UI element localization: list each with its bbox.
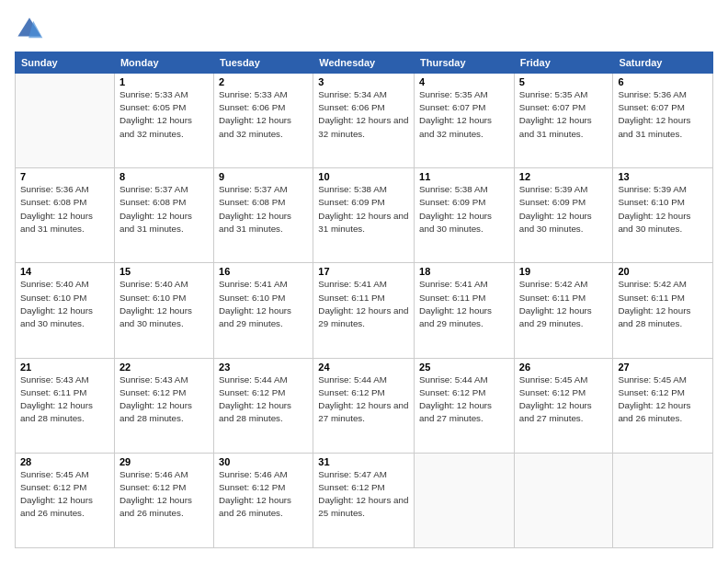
- day-number: 14: [20, 266, 109, 277]
- day-number: 1: [119, 76, 209, 87]
- calendar-cell: 11Sunrise: 5:38 AMSunset: 6:09 PMDayligh…: [415, 168, 515, 263]
- day-number: 21: [20, 362, 109, 373]
- calendar-week-row: 21Sunrise: 5:43 AMSunset: 6:11 PMDayligh…: [16, 358, 713, 453]
- day-info: Sunrise: 5:37 AMSunset: 6:08 PMDaylight:…: [119, 183, 209, 236]
- day-number: 9: [219, 171, 308, 182]
- weekday-header: Friday: [514, 52, 613, 74]
- day-number: 7: [20, 171, 109, 182]
- day-info: Sunrise: 5:41 AMSunset: 6:11 PMDaylight:…: [318, 278, 409, 330]
- calendar-cell: 30Sunrise: 5:46 AMSunset: 6:12 PMDayligh…: [214, 453, 313, 547]
- header: [15, 15, 713, 44]
- day-number: 20: [618, 266, 708, 277]
- weekday-header: Saturday: [613, 52, 713, 74]
- calendar-cell: 13Sunrise: 5:39 AMSunset: 6:10 PMDayligh…: [613, 168, 713, 263]
- calendar-cell: 2Sunrise: 5:33 AMSunset: 6:06 PMDaylight…: [214, 74, 313, 168]
- weekday-header: Monday: [114, 52, 213, 74]
- calendar-cell: 18Sunrise: 5:41 AMSunset: 6:11 PMDayligh…: [415, 263, 515, 358]
- day-number: 31: [318, 456, 409, 467]
- calendar-cell: 1Sunrise: 5:33 AMSunset: 6:05 PMDaylight…: [114, 74, 213, 168]
- calendar-cell: 21Sunrise: 5:43 AMSunset: 6:11 PMDayligh…: [16, 358, 115, 453]
- day-number: 23: [219, 362, 308, 373]
- day-number: 5: [519, 76, 609, 87]
- day-number: 11: [419, 171, 509, 182]
- day-info: Sunrise: 5:43 AMSunset: 6:11 PMDaylight:…: [20, 373, 109, 426]
- calendar-cell: 16Sunrise: 5:41 AMSunset: 6:10 PMDayligh…: [214, 263, 313, 358]
- day-info: Sunrise: 5:42 AMSunset: 6:11 PMDaylight:…: [618, 278, 708, 330]
- day-info: Sunrise: 5:33 AMSunset: 6:05 PMDaylight:…: [119, 88, 209, 141]
- day-info: Sunrise: 5:43 AMSunset: 6:12 PMDaylight:…: [119, 373, 209, 426]
- calendar-header-row: SundayMondayTuesdayWednesdayThursdayFrid…: [16, 52, 713, 74]
- day-info: Sunrise: 5:40 AMSunset: 6:10 PMDaylight:…: [119, 278, 209, 330]
- day-info: Sunrise: 5:45 AMSunset: 6:12 PMDaylight:…: [20, 468, 109, 521]
- calendar-cell: 14Sunrise: 5:40 AMSunset: 6:10 PMDayligh…: [16, 263, 115, 358]
- weekday-header: Tuesday: [214, 52, 313, 74]
- calendar-cell: 25Sunrise: 5:44 AMSunset: 6:12 PMDayligh…: [415, 358, 515, 453]
- day-info: Sunrise: 5:33 AMSunset: 6:06 PMDaylight:…: [219, 88, 308, 141]
- calendar-week-row: 14Sunrise: 5:40 AMSunset: 6:10 PMDayligh…: [16, 263, 713, 358]
- calendar-cell: 28Sunrise: 5:45 AMSunset: 6:12 PMDayligh…: [16, 453, 115, 547]
- day-info: Sunrise: 5:45 AMSunset: 6:12 PMDaylight:…: [618, 373, 708, 426]
- day-info: Sunrise: 5:40 AMSunset: 6:10 PMDaylight:…: [20, 278, 109, 330]
- day-number: 8: [119, 171, 209, 182]
- day-number: 10: [318, 171, 409, 182]
- day-info: Sunrise: 5:44 AMSunset: 6:12 PMDaylight:…: [318, 373, 409, 426]
- calendar-week-row: 7Sunrise: 5:36 AMSunset: 6:08 PMDaylight…: [16, 168, 713, 263]
- weekday-header: Wednesday: [313, 52, 415, 74]
- day-number: 17: [318, 266, 409, 277]
- calendar-body: 1Sunrise: 5:33 AMSunset: 6:05 PMDaylight…: [16, 74, 713, 548]
- calendar-table: SundayMondayTuesdayWednesdayThursdayFrid…: [15, 52, 713, 548]
- calendar-cell: 24Sunrise: 5:44 AMSunset: 6:12 PMDayligh…: [313, 358, 415, 453]
- calendar-cell: 7Sunrise: 5:36 AMSunset: 6:08 PMDaylight…: [16, 168, 115, 263]
- day-number: 22: [119, 362, 209, 373]
- day-info: Sunrise: 5:34 AMSunset: 6:06 PMDaylight:…: [318, 88, 409, 141]
- day-info: Sunrise: 5:38 AMSunset: 6:09 PMDaylight:…: [419, 183, 509, 236]
- calendar-cell: 23Sunrise: 5:44 AMSunset: 6:12 PMDayligh…: [214, 358, 313, 453]
- weekday-header: Sunday: [16, 52, 115, 74]
- calendar-cell: 4Sunrise: 5:35 AMSunset: 6:07 PMDaylight…: [415, 74, 515, 168]
- calendar-cell: [16, 74, 115, 168]
- calendar-week-row: 1Sunrise: 5:33 AMSunset: 6:05 PMDaylight…: [16, 74, 713, 168]
- day-info: Sunrise: 5:44 AMSunset: 6:12 PMDaylight:…: [219, 373, 308, 426]
- day-number: 19: [519, 266, 609, 277]
- calendar-cell: 27Sunrise: 5:45 AMSunset: 6:12 PMDayligh…: [613, 358, 713, 453]
- day-number: 18: [419, 266, 509, 277]
- day-info: Sunrise: 5:46 AMSunset: 6:12 PMDaylight:…: [219, 468, 308, 521]
- day-number: 4: [419, 76, 509, 87]
- day-info: Sunrise: 5:35 AMSunset: 6:07 PMDaylight:…: [419, 88, 509, 141]
- calendar-week-row: 28Sunrise: 5:45 AMSunset: 6:12 PMDayligh…: [16, 453, 713, 547]
- calendar-cell: 20Sunrise: 5:42 AMSunset: 6:11 PMDayligh…: [613, 263, 713, 358]
- weekday-header: Thursday: [415, 52, 515, 74]
- day-number: 26: [519, 362, 609, 373]
- day-number: 12: [519, 171, 609, 182]
- day-info: Sunrise: 5:39 AMSunset: 6:09 PMDaylight:…: [519, 183, 609, 236]
- day-info: Sunrise: 5:45 AMSunset: 6:12 PMDaylight:…: [519, 373, 609, 426]
- calendar-cell: 19Sunrise: 5:42 AMSunset: 6:11 PMDayligh…: [514, 263, 613, 358]
- calendar-cell: 17Sunrise: 5:41 AMSunset: 6:11 PMDayligh…: [313, 263, 415, 358]
- calendar-cell: 3Sunrise: 5:34 AMSunset: 6:06 PMDaylight…: [313, 74, 415, 168]
- calendar-cell: 26Sunrise: 5:45 AMSunset: 6:12 PMDayligh…: [514, 358, 613, 453]
- day-number: 6: [618, 76, 708, 87]
- calendar-cell: 29Sunrise: 5:46 AMSunset: 6:12 PMDayligh…: [114, 453, 213, 547]
- day-info: Sunrise: 5:37 AMSunset: 6:08 PMDaylight:…: [219, 183, 308, 236]
- calendar-cell: 22Sunrise: 5:43 AMSunset: 6:12 PMDayligh…: [114, 358, 213, 453]
- day-number: 28: [20, 456, 109, 467]
- day-info: Sunrise: 5:41 AMSunset: 6:11 PMDaylight:…: [419, 278, 509, 330]
- logo: [15, 15, 48, 44]
- day-info: Sunrise: 5:36 AMSunset: 6:07 PMDaylight:…: [618, 88, 708, 141]
- day-number: 15: [119, 266, 209, 277]
- calendar-cell: 6Sunrise: 5:36 AMSunset: 6:07 PMDaylight…: [613, 74, 713, 168]
- calendar-cell: 10Sunrise: 5:38 AMSunset: 6:09 PMDayligh…: [313, 168, 415, 263]
- calendar-cell: 15Sunrise: 5:40 AMSunset: 6:10 PMDayligh…: [114, 263, 213, 358]
- day-info: Sunrise: 5:46 AMSunset: 6:12 PMDaylight:…: [119, 468, 209, 521]
- page: SundayMondayTuesdayWednesdayThursdayFrid…: [0, 0, 728, 563]
- day-number: 13: [618, 171, 708, 182]
- day-number: 2: [219, 76, 308, 87]
- day-number: 30: [219, 456, 308, 467]
- calendar-cell: [514, 453, 613, 547]
- day-number: 3: [318, 76, 409, 87]
- day-info: Sunrise: 5:36 AMSunset: 6:08 PMDaylight:…: [20, 183, 109, 236]
- calendar-cell: 12Sunrise: 5:39 AMSunset: 6:09 PMDayligh…: [514, 168, 613, 263]
- day-info: Sunrise: 5:41 AMSunset: 6:10 PMDaylight:…: [219, 278, 308, 330]
- day-info: Sunrise: 5:42 AMSunset: 6:11 PMDaylight:…: [519, 278, 609, 330]
- day-number: 29: [119, 456, 209, 467]
